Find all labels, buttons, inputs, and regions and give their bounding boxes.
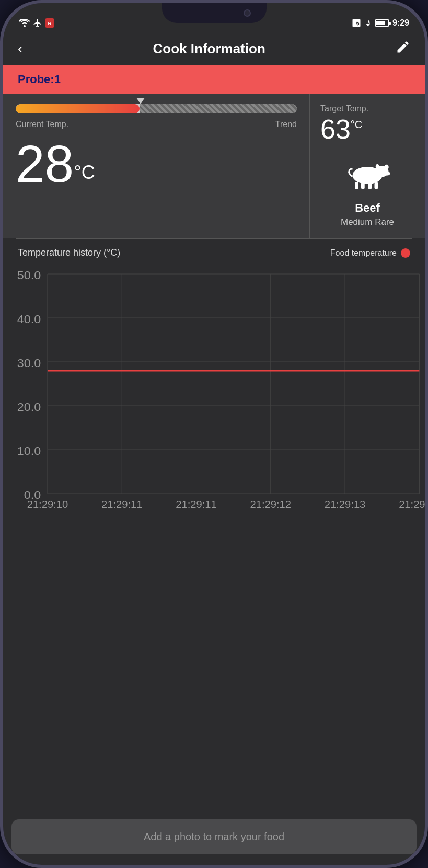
svg-point-10 — [385, 172, 390, 176]
current-temp-section: Current Temp. Trend 28 °C — [3, 94, 310, 238]
temp-labels: Current Temp. Trend — [16, 120, 297, 129]
add-photo-label: Add a photo to mark your food — [144, 831, 284, 842]
time-display: 9:29 — [392, 18, 409, 28]
target-temp-display: 63 °C — [320, 116, 362, 143]
legend-dot — [401, 248, 410, 258]
svg-text:21:29:12: 21:29:12 — [250, 499, 291, 510]
svg-text:21:29:13: 21:29:13 — [325, 499, 366, 510]
chart-wrapper: 50.0 40.0 30.0 20.0 10.0 0.0 — [3, 265, 425, 516]
food-doneness: Medium Rare — [341, 217, 394, 227]
progress-bar — [16, 104, 297, 113]
back-button[interactable]: ‹ — [18, 40, 22, 57]
content: ‹ Cook Information Probe:1 — [3, 32, 425, 865]
volume-down-button[interactable] — [0, 218, 3, 259]
target-temp-value: 63 — [320, 116, 351, 143]
svg-rect-6 — [355, 182, 358, 189]
mute-button[interactable] — [0, 129, 3, 155]
svg-text:21:29:11: 21:29:11 — [101, 499, 142, 510]
progress-bar-fill — [16, 104, 140, 113]
current-temp-value: 28 — [16, 138, 74, 190]
screen: R 9:29 ‹ — [3, 3, 425, 865]
status-left: R — [19, 18, 54, 28]
battery-icon — [375, 19, 389, 27]
svg-rect-9 — [375, 182, 378, 189]
probe-label: Probe:1 — [18, 73, 61, 86]
app-icon: R — [45, 18, 54, 28]
main-info-section: Current Temp. Trend 28 °C Target Temp. 6… — [3, 94, 425, 238]
target-temp-unit: °C — [351, 119, 362, 131]
phone-frame: R 9:29 ‹ — [0, 0, 428, 868]
target-temp-label: Target Temp. — [320, 104, 368, 113]
chart-legend: Food temperature — [330, 248, 410, 258]
svg-text:40.0: 40.0 — [17, 313, 41, 326]
volume-up-button[interactable] — [0, 165, 3, 207]
svg-text:R: R — [48, 20, 51, 26]
edit-button[interactable] — [396, 40, 410, 58]
status-right: 9:29 — [352, 18, 409, 28]
page-title: Cook Information — [153, 41, 265, 57]
progress-container — [16, 104, 297, 113]
current-temp-display: 28 °C — [16, 138, 297, 190]
target-temp-section: Target Temp. 63 °C — [310, 94, 425, 238]
camera — [244, 9, 251, 17]
current-temp-label: Current Temp. — [16, 120, 68, 129]
nfc-icon — [352, 18, 361, 28]
svg-text:21:29:10: 21:29:10 — [27, 499, 68, 510]
svg-text:10.0: 10.0 — [17, 444, 41, 458]
chart-section: Temperature history (°C) Food temperatur… — [3, 239, 425, 819]
svg-text:21:29:11: 21:29:11 — [176, 499, 216, 510]
add-photo-button[interactable]: Add a photo to mark your food — [11, 819, 417, 854]
svg-text:30.0: 30.0 — [17, 357, 41, 370]
svg-rect-7 — [361, 182, 365, 189]
svg-text:20.0: 20.0 — [17, 401, 41, 414]
power-button[interactable] — [425, 160, 428, 202]
chart-title: Temperature history (°C) — [18, 247, 120, 258]
progress-indicator — [136, 98, 145, 104]
svg-text:50.0: 50.0 — [17, 269, 41, 282]
cow-icon — [344, 153, 391, 197]
progress-bar-striped — [140, 104, 297, 113]
svg-rect-8 — [368, 182, 372, 189]
bluetooth-icon — [364, 18, 372, 28]
notch — [162, 3, 267, 23]
probe-banner: Probe:1 — [3, 65, 425, 94]
svg-text:21:29:14: 21:29:14 — [399, 499, 425, 510]
legend-label: Food temperature — [330, 248, 397, 258]
trend-label: Trend — [275, 120, 297, 129]
chart-header: Temperature history (°C) Food temperatur… — [3, 247, 425, 258]
temperature-chart: 50.0 40.0 30.0 20.0 10.0 0.0 — [3, 265, 425, 516]
airplane-icon — [33, 18, 42, 28]
food-type: Beef — [355, 201, 380, 215]
current-temp-unit: °C — [74, 162, 95, 184]
app-header: ‹ Cook Information — [3, 32, 425, 65]
wifi-icon — [19, 19, 30, 27]
